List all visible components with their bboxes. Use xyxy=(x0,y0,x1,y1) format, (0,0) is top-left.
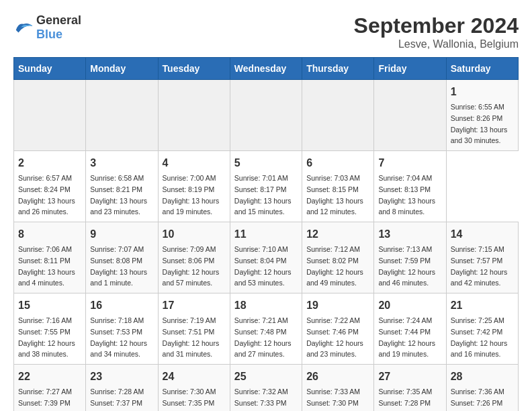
calendar-week-row: 2Sunrise: 6:57 AMSunset: 8:24 PMDaylight… xyxy=(14,151,519,222)
header-thursday: Thursday xyxy=(302,58,374,80)
calendar-cell: 14Sunrise: 7:15 AMSunset: 7:57 PMDayligh… xyxy=(446,222,518,293)
day-info: Sunrise: 7:13 AMSunset: 7:59 PMDaylight:… xyxy=(378,245,435,287)
day-number: 26 xyxy=(306,369,369,385)
day-info: Sunrise: 7:30 AMSunset: 7:35 PMDaylight:… xyxy=(163,387,220,411)
calendar-cell: 1Sunrise: 6:55 AMSunset: 8:26 PMDaylight… xyxy=(446,80,518,151)
calendar-cell: 2Sunrise: 6:57 AMSunset: 8:24 PMDaylight… xyxy=(14,151,86,222)
day-number: 2 xyxy=(18,155,81,171)
day-info: Sunrise: 7:22 AMSunset: 7:46 PMDaylight:… xyxy=(306,316,363,358)
day-info: Sunrise: 7:36 AMSunset: 7:26 PMDaylight:… xyxy=(451,387,508,411)
header-saturday: Saturday xyxy=(446,58,518,80)
day-number: 9 xyxy=(90,226,153,242)
day-number: 22 xyxy=(18,369,81,385)
calendar-cell: 22Sunrise: 7:27 AMSunset: 7:39 PMDayligh… xyxy=(14,365,86,412)
day-info: Sunrise: 7:18 AMSunset: 7:53 PMDaylight:… xyxy=(90,316,147,358)
day-number: 17 xyxy=(163,298,226,314)
calendar-cell: 28Sunrise: 7:36 AMSunset: 7:26 PMDayligh… xyxy=(446,365,518,412)
calendar-cell: 8Sunrise: 7:06 AMSunset: 8:11 PMDaylight… xyxy=(14,222,86,293)
day-number: 3 xyxy=(90,155,153,171)
calendar-body: 1Sunrise: 6:55 AMSunset: 8:26 PMDaylight… xyxy=(14,80,519,412)
day-info: Sunrise: 7:33 AMSunset: 7:30 PMDaylight:… xyxy=(306,387,363,411)
calendar-week-row: 22Sunrise: 7:27 AMSunset: 7:39 PMDayligh… xyxy=(14,365,519,412)
day-info: Sunrise: 6:58 AMSunset: 8:21 PMDaylight:… xyxy=(90,174,147,216)
day-number: 14 xyxy=(451,226,514,242)
calendar-cell xyxy=(14,80,86,151)
day-info: Sunrise: 7:15 AMSunset: 7:57 PMDaylight:… xyxy=(451,245,508,287)
day-info: Sunrise: 7:00 AMSunset: 8:19 PMDaylight:… xyxy=(163,174,220,216)
day-number: 15 xyxy=(18,298,81,314)
day-info: Sunrise: 7:12 AMSunset: 8:02 PMDaylight:… xyxy=(306,245,363,287)
day-info: Sunrise: 7:24 AMSunset: 7:44 PMDaylight:… xyxy=(378,316,435,358)
logo-text: GeneralBlue xyxy=(36,13,81,42)
day-info: Sunrise: 7:07 AMSunset: 8:08 PMDaylight:… xyxy=(90,245,147,287)
calendar-cell: 19Sunrise: 7:22 AMSunset: 7:46 PMDayligh… xyxy=(302,293,374,365)
calendar-cell: 6Sunrise: 7:03 AMSunset: 8:15 PMDaylight… xyxy=(302,151,374,222)
calendar-title: September 2024 xyxy=(354,13,519,38)
calendar-cell: 23Sunrise: 7:28 AMSunset: 7:37 PMDayligh… xyxy=(86,365,158,412)
day-number: 25 xyxy=(234,369,298,385)
calendar-cell: 21Sunrise: 7:25 AMSunset: 7:42 PMDayligh… xyxy=(446,293,518,365)
day-number: 24 xyxy=(163,369,226,385)
calendar-week-row: 8Sunrise: 7:06 AMSunset: 8:11 PMDaylight… xyxy=(14,222,519,293)
day-info: Sunrise: 7:35 AMSunset: 7:28 PMDaylight:… xyxy=(378,387,435,411)
day-number: 27 xyxy=(378,369,441,385)
calendar-cell xyxy=(374,80,446,151)
calendar-cell: 17Sunrise: 7:19 AMSunset: 7:51 PMDayligh… xyxy=(158,293,230,365)
calendar-cell xyxy=(86,80,158,151)
calendar-cell: 5Sunrise: 7:01 AMSunset: 8:17 PMDaylight… xyxy=(230,151,302,222)
calendar-cell: 7Sunrise: 7:04 AMSunset: 8:13 PMDaylight… xyxy=(374,151,446,222)
calendar-week-row: 1Sunrise: 6:55 AMSunset: 8:26 PMDaylight… xyxy=(14,80,519,151)
calendar-table: SundayMondayTuesdayWednesdayThursdayFrid… xyxy=(13,57,519,411)
calendar-cell xyxy=(302,80,374,151)
day-info: Sunrise: 7:25 AMSunset: 7:42 PMDaylight:… xyxy=(451,316,508,358)
calendar-cell: 26Sunrise: 7:33 AMSunset: 7:30 PMDayligh… xyxy=(302,365,374,412)
calendar-cell: 11Sunrise: 7:10 AMSunset: 8:04 PMDayligh… xyxy=(230,222,302,293)
calendar-cell: 9Sunrise: 7:07 AMSunset: 8:08 PMDaylight… xyxy=(86,222,158,293)
day-number: 8 xyxy=(18,226,81,242)
day-info: Sunrise: 7:06 AMSunset: 8:11 PMDaylight:… xyxy=(18,245,75,287)
calendar-cell: 10Sunrise: 7:09 AMSunset: 8:06 PMDayligh… xyxy=(158,222,230,293)
day-info: Sunrise: 7:21 AMSunset: 7:48 PMDaylight:… xyxy=(234,316,292,358)
day-number: 5 xyxy=(234,155,298,171)
calendar-cell xyxy=(158,80,230,151)
title-block: September 2024 Lesve, Wallonia, Belgium xyxy=(354,13,519,50)
day-info: Sunrise: 7:01 AMSunset: 8:17 PMDaylight:… xyxy=(234,174,292,216)
calendar-cell: 3Sunrise: 6:58 AMSunset: 8:21 PMDaylight… xyxy=(86,151,158,222)
day-info: Sunrise: 7:09 AMSunset: 8:06 PMDaylight:… xyxy=(163,245,220,287)
day-number: 20 xyxy=(378,298,441,314)
day-info: Sunrise: 7:10 AMSunset: 8:04 PMDaylight:… xyxy=(234,245,292,287)
header-sunday: Sunday xyxy=(14,58,86,80)
header-friday: Friday xyxy=(374,58,446,80)
day-number: 6 xyxy=(306,155,369,171)
day-info: Sunrise: 7:28 AMSunset: 7:37 PMDaylight:… xyxy=(90,387,147,411)
calendar-cell: 25Sunrise: 7:32 AMSunset: 7:33 PMDayligh… xyxy=(230,365,302,412)
header-tuesday: Tuesday xyxy=(158,58,230,80)
day-info: Sunrise: 6:57 AMSunset: 8:24 PMDaylight:… xyxy=(18,174,75,216)
day-number: 19 xyxy=(306,298,369,314)
header-wednesday: Wednesday xyxy=(230,58,302,80)
calendar-week-row: 15Sunrise: 7:16 AMSunset: 7:55 PMDayligh… xyxy=(14,293,519,365)
day-number: 11 xyxy=(234,226,298,242)
day-number: 10 xyxy=(163,226,226,242)
day-info: Sunrise: 7:04 AMSunset: 8:13 PMDaylight:… xyxy=(378,174,435,216)
day-number: 28 xyxy=(451,369,514,385)
logo-icon xyxy=(13,19,34,36)
day-number: 23 xyxy=(90,369,153,385)
day-number: 16 xyxy=(90,298,153,314)
calendar-cell: 24Sunrise: 7:30 AMSunset: 7:35 PMDayligh… xyxy=(158,365,230,412)
calendar-cell: 13Sunrise: 7:13 AMSunset: 7:59 PMDayligh… xyxy=(374,222,446,293)
calendar-cell: 20Sunrise: 7:24 AMSunset: 7:44 PMDayligh… xyxy=(374,293,446,365)
calendar-cell: 18Sunrise: 7:21 AMSunset: 7:48 PMDayligh… xyxy=(230,293,302,365)
calendar-subtitle: Lesve, Wallonia, Belgium xyxy=(354,38,519,50)
day-number: 4 xyxy=(163,155,226,171)
day-info: Sunrise: 7:19 AMSunset: 7:51 PMDaylight:… xyxy=(163,316,220,358)
day-number: 18 xyxy=(234,298,298,314)
day-number: 12 xyxy=(306,226,369,242)
calendar-cell xyxy=(230,80,302,151)
day-info: Sunrise: 7:03 AMSunset: 8:15 PMDaylight:… xyxy=(306,174,363,216)
calendar-cell: 15Sunrise: 7:16 AMSunset: 7:55 PMDayligh… xyxy=(14,293,86,365)
page-header: GeneralBlue September 2024 Lesve, Wallon… xyxy=(13,13,519,50)
day-number: 7 xyxy=(378,155,441,171)
calendar-cell: 12Sunrise: 7:12 AMSunset: 8:02 PMDayligh… xyxy=(302,222,374,293)
day-info: Sunrise: 6:55 AMSunset: 8:26 PMDaylight:… xyxy=(451,103,508,144)
